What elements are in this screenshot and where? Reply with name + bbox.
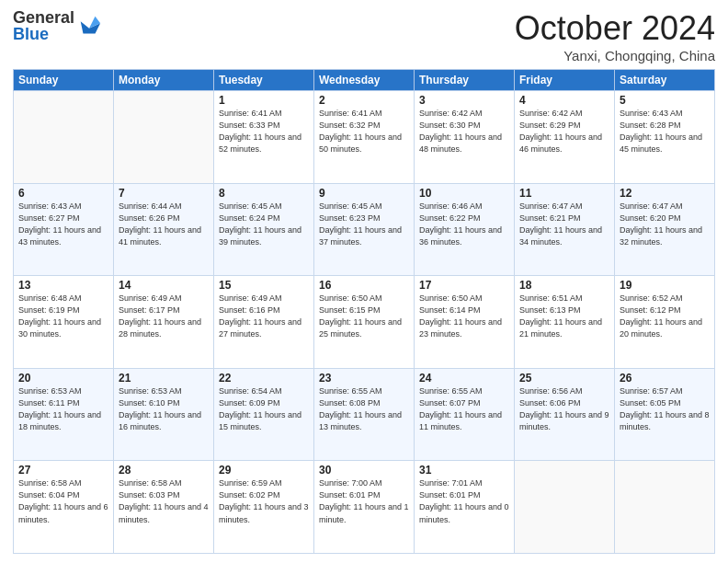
week-row-3: 20Sunrise: 6:53 AM Sunset: 6:11 PM Dayli… [14, 368, 715, 461]
page: General Blue October 2024 Yanxi, Chongqi… [0, 0, 728, 563]
day-info: Sunrise: 6:55 AM Sunset: 6:08 PM Dayligh… [319, 385, 409, 433]
day-cell: 10Sunrise: 6:46 AM Sunset: 6:22 PM Dayli… [415, 183, 515, 276]
day-cell: 30Sunrise: 7:00 AM Sunset: 6:01 PM Dayli… [314, 461, 415, 554]
day-info: Sunrise: 6:43 AM Sunset: 6:27 PM Dayligh… [18, 201, 108, 248]
day-cell: 9Sunrise: 6:45 AM Sunset: 6:23 PM Daylig… [314, 183, 415, 276]
day-number: 7 [119, 187, 209, 200]
col-wednesday: Wednesday [314, 70, 415, 91]
day-cell: 3Sunrise: 6:42 AM Sunset: 6:30 PM Daylig… [415, 91, 515, 184]
day-number: 21 [119, 372, 209, 385]
day-info: Sunrise: 6:58 AM Sunset: 6:04 PM Dayligh… [18, 477, 108, 525]
day-number: 16 [319, 279, 409, 292]
logo-blue: Blue [13, 26, 74, 42]
day-cell: 22Sunrise: 6:54 AM Sunset: 6:09 PM Dayli… [214, 368, 314, 461]
day-cell: 15Sunrise: 6:49 AM Sunset: 6:16 PM Dayli… [214, 276, 314, 369]
day-number: 27 [18, 464, 108, 477]
day-number: 8 [219, 187, 309, 200]
day-number: 24 [419, 372, 509, 385]
header-row: Sunday Monday Tuesday Wednesday Thursday… [14, 70, 715, 91]
day-info: Sunrise: 6:53 AM Sunset: 6:11 PM Dayligh… [18, 385, 108, 433]
col-thursday: Thursday [415, 70, 515, 91]
title-block: October 2024 Yanxi, Chongqing, China [515, 9, 715, 63]
logo-text: General Blue [13, 9, 74, 42]
day-cell [515, 461, 615, 554]
day-cell: 23Sunrise: 6:55 AM Sunset: 6:08 PM Dayli… [314, 368, 415, 461]
day-cell: 27Sunrise: 6:58 AM Sunset: 6:04 PM Dayli… [14, 461, 114, 554]
day-number: 5 [620, 94, 710, 107]
day-info: Sunrise: 6:49 AM Sunset: 6:16 PM Dayligh… [219, 293, 309, 340]
calendar-header: Sunday Monday Tuesday Wednesday Thursday… [14, 70, 715, 91]
day-number: 17 [419, 279, 509, 292]
day-number: 30 [319, 464, 409, 477]
day-cell: 31Sunrise: 7:01 AM Sunset: 6:01 PM Dayli… [415, 461, 515, 554]
day-info: Sunrise: 6:45 AM Sunset: 6:23 PM Dayligh… [319, 201, 409, 248]
day-number: 4 [519, 94, 609, 107]
day-number: 26 [620, 372, 710, 385]
day-number: 12 [620, 187, 710, 200]
week-row-2: 13Sunrise: 6:48 AM Sunset: 6:19 PM Dayli… [14, 276, 715, 369]
col-sunday: Sunday [14, 70, 114, 91]
day-info: Sunrise: 6:42 AM Sunset: 6:30 PM Dayligh… [419, 108, 509, 155]
day-info: Sunrise: 6:49 AM Sunset: 6:17 PM Dayligh… [119, 293, 209, 340]
day-info: Sunrise: 6:48 AM Sunset: 6:19 PM Dayligh… [18, 293, 108, 340]
day-number: 19 [620, 279, 710, 292]
day-info: Sunrise: 6:50 AM Sunset: 6:14 PM Dayligh… [419, 293, 509, 340]
day-cell: 6Sunrise: 6:43 AM Sunset: 6:27 PM Daylig… [14, 183, 114, 276]
week-row-4: 27Sunrise: 6:58 AM Sunset: 6:04 PM Dayli… [14, 461, 715, 554]
day-info: Sunrise: 6:51 AM Sunset: 6:13 PM Dayligh… [519, 293, 609, 340]
day-info: Sunrise: 6:47 AM Sunset: 6:20 PM Dayligh… [620, 201, 710, 248]
day-number: 13 [18, 279, 108, 292]
day-cell: 7Sunrise: 6:44 AM Sunset: 6:26 PM Daylig… [114, 183, 214, 276]
day-info: Sunrise: 6:46 AM Sunset: 6:22 PM Dayligh… [419, 201, 509, 248]
calendar-body: 1Sunrise: 6:41 AM Sunset: 6:33 PM Daylig… [14, 91, 715, 554]
day-number: 1 [219, 94, 309, 107]
day-cell: 8Sunrise: 6:45 AM Sunset: 6:24 PM Daylig… [214, 183, 314, 276]
location: Yanxi, Chongqing, China [515, 48, 715, 63]
day-number: 20 [18, 372, 108, 385]
day-number: 10 [419, 187, 509, 200]
day-cell: 14Sunrise: 6:49 AM Sunset: 6:17 PM Dayli… [114, 276, 214, 369]
day-info: Sunrise: 6:54 AM Sunset: 6:09 PM Dayligh… [219, 385, 309, 433]
day-info: Sunrise: 6:43 AM Sunset: 6:28 PM Dayligh… [620, 108, 710, 155]
week-row-0: 1Sunrise: 6:41 AM Sunset: 6:33 PM Daylig… [14, 91, 715, 184]
day-info: Sunrise: 6:57 AM Sunset: 6:05 PM Dayligh… [620, 385, 710, 433]
day-cell: 11Sunrise: 6:47 AM Sunset: 6:21 PM Dayli… [515, 183, 615, 276]
col-friday: Friday [515, 70, 615, 91]
day-cell [114, 91, 214, 184]
day-info: Sunrise: 6:45 AM Sunset: 6:24 PM Dayligh… [219, 201, 309, 248]
day-cell: 1Sunrise: 6:41 AM Sunset: 6:33 PM Daylig… [214, 91, 314, 184]
day-number: 6 [18, 187, 108, 200]
day-number: 2 [319, 94, 409, 107]
day-cell: 12Sunrise: 6:47 AM Sunset: 6:20 PM Dayli… [615, 183, 715, 276]
day-cell: 4Sunrise: 6:42 AM Sunset: 6:29 PM Daylig… [515, 91, 615, 184]
day-number: 22 [219, 372, 309, 385]
day-cell: 20Sunrise: 6:53 AM Sunset: 6:11 PM Dayli… [14, 368, 114, 461]
day-number: 11 [519, 187, 609, 200]
day-cell: 26Sunrise: 6:57 AM Sunset: 6:05 PM Dayli… [615, 368, 715, 461]
day-info: Sunrise: 6:58 AM Sunset: 6:03 PM Dayligh… [119, 477, 209, 525]
day-cell: 29Sunrise: 6:59 AM Sunset: 6:02 PM Dayli… [214, 461, 314, 554]
day-cell: 24Sunrise: 6:55 AM Sunset: 6:07 PM Dayli… [415, 368, 515, 461]
logo: General Blue [13, 9, 102, 42]
day-info: Sunrise: 6:47 AM Sunset: 6:21 PM Dayligh… [519, 201, 609, 248]
day-cell [615, 461, 715, 554]
day-info: Sunrise: 7:01 AM Sunset: 6:01 PM Dayligh… [419, 477, 509, 525]
day-number: 18 [519, 279, 609, 292]
day-cell: 25Sunrise: 6:56 AM Sunset: 6:06 PM Dayli… [515, 368, 615, 461]
day-info: Sunrise: 6:42 AM Sunset: 6:29 PM Dayligh… [519, 108, 609, 155]
day-cell: 18Sunrise: 6:51 AM Sunset: 6:13 PM Dayli… [515, 276, 615, 369]
col-monday: Monday [114, 70, 214, 91]
day-info: Sunrise: 6:41 AM Sunset: 6:32 PM Dayligh… [319, 108, 409, 155]
day-number: 31 [419, 464, 509, 477]
day-info: Sunrise: 6:52 AM Sunset: 6:12 PM Dayligh… [620, 293, 710, 340]
day-number: 29 [219, 464, 309, 477]
day-info: Sunrise: 6:59 AM Sunset: 6:02 PM Dayligh… [219, 477, 309, 525]
day-info: Sunrise: 6:56 AM Sunset: 6:06 PM Dayligh… [519, 385, 609, 433]
logo-icon [76, 13, 102, 39]
day-number: 3 [419, 94, 509, 107]
week-row-1: 6Sunrise: 6:43 AM Sunset: 6:27 PM Daylig… [14, 183, 715, 276]
day-cell: 19Sunrise: 6:52 AM Sunset: 6:12 PM Dayli… [615, 276, 715, 369]
header: General Blue October 2024 Yanxi, Chongqi… [13, 9, 715, 63]
day-number: 25 [519, 372, 609, 385]
day-cell: 2Sunrise: 6:41 AM Sunset: 6:32 PM Daylig… [314, 91, 415, 184]
